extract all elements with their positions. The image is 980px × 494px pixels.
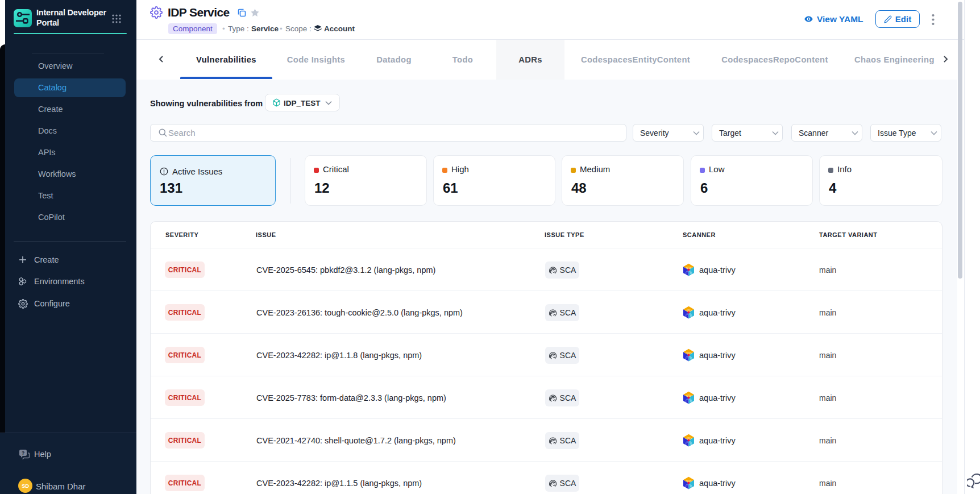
svg-text:?: ?: [22, 450, 24, 456]
